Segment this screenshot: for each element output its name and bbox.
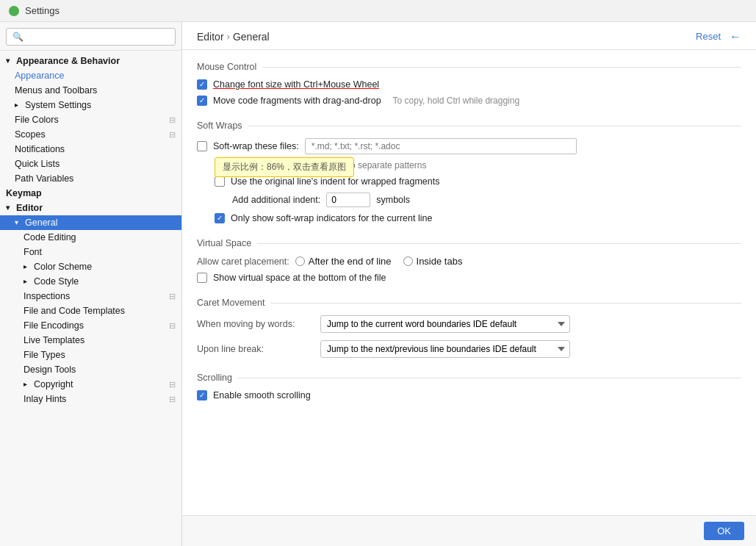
sidebar-item-copyright[interactable]: Copyright ⊟ [0,377,181,392]
option-original-indent: Use the original line's indent for wrapp… [197,176,741,187]
app-icon [9,6,19,16]
checkbox-font-ctrl-wheel[interactable] [197,79,207,90]
option-label-original-indent: Use the original line's indent for wrapp… [231,176,440,187]
external-icon: ⊟ [169,380,176,389]
option-label-drag-drop: Move code fragments with drag-and-drop [213,96,381,106]
option-label-font-ctrl-wheel: Change font size with Ctrl+Mouse Wheel [213,79,379,90]
sidebar-item-keymap[interactable]: Keymap [0,186,181,201]
checkbox-soft-wrap-indicators[interactable] [215,213,225,223]
sidebar-item-file-encodings[interactable]: File Encodings ⊟ [0,318,181,333]
scrolling-section: Scrolling Enable smooth scrolling [197,373,741,400]
sidebar-item-editor[interactable]: Editor [0,201,181,215]
option-label-soft-wrap-indicators: Only show soft-wrap indicators for the c… [231,213,432,223]
sidebar-item-file-types[interactable]: File Types [0,348,181,362]
sidebar-item-menus-toolbars[interactable]: Menus and Toolbars [0,83,181,98]
radio-label-after-end: After the end of line [309,256,392,267]
sidebar-item-font[interactable]: Font [0,245,181,259]
sidebar-item-code-style[interactable]: Code Style [0,274,181,289]
virtual-space-section: Virtual Space Allow caret placement: Aft… [197,238,741,283]
section-title-soft-wraps: Soft Wraps [197,121,741,131]
search-input[interactable] [6,28,176,46]
radio-label-inside-tabs: Inside tabs [417,256,463,267]
sidebar-item-quick-lists[interactable]: Quick Lists [0,157,181,171]
checkbox-soft-wrap-files[interactable] [197,141,207,151]
option-font-ctrl-wheel: Change font size with Ctrl+Mouse Wheel [197,79,741,90]
breadcrumb-separator: › [227,31,230,42]
sidebar-item-scopes[interactable]: Scopes ⊟ [0,127,181,142]
dropdown-words[interactable]: Jump to the current word boundaries IDE … [320,315,570,333]
sidebar-item-live-templates[interactable]: Live Templates [0,333,181,348]
sidebar-item-inspections[interactable]: Inspections ⊟ [0,289,181,303]
sidebar-item-file-colors[interactable]: File Colors ⊟ [0,112,181,127]
caret-radio-group: After the end of line Inside tabs [295,256,463,267]
option-soft-wrap-files: Soft-wrap these files: [197,138,741,154]
soft-wraps-section: Soft Wraps Soft-wrap these files: You ma… [197,121,741,223]
sidebar-item-file-code-templates[interactable]: File and Code Templates [0,303,181,318]
title-bar: Settings [0,0,756,22]
dropdown-row-words: When moving by words: Jump to the curren… [197,315,741,333]
option-label-soft-wrap-files: Soft-wrap these files: [213,141,299,151]
option-label-add-indent: Add additional indent: [232,195,320,205]
checkbox-smooth-scrolling[interactable] [197,390,207,400]
search-box [0,22,181,51]
section-title-mouse-control: Mouse Control [197,62,741,72]
chevron-right-icon [15,101,24,109]
dropdown-line-break[interactable]: Jump to the next/previous line boundarie… [320,340,570,358]
sidebar-item-path-variables[interactable]: Path Variables [0,171,181,186]
checkbox-show-virtual-space[interactable] [197,273,207,283]
sidebar-item-design-tools[interactable]: Design Tools [0,362,181,377]
hint-drag-drop: To copy, hold Ctrl while dragging [393,96,520,106]
sidebar-item-general[interactable]: General [0,215,181,230]
section-title-scrolling: Scrolling [197,373,741,383]
content-body: Mouse Control Change font size with Ctrl… [182,50,756,515]
breadcrumb-general: General [233,31,270,43]
sidebar-item-color-scheme[interactable]: Color Scheme [0,259,181,274]
option-label-show-virtual-space: Show virtual space at the bottom of the … [213,273,386,283]
dropdown-label-words: When moving by words: [197,319,314,329]
indent-input[interactable] [326,193,370,207]
checkbox-drag-drop[interactable] [197,96,207,106]
sidebar-item-appearance[interactable]: Appearance [0,68,181,83]
chevron-right-icon [24,380,32,389]
back-button[interactable]: ← [730,30,741,43]
content-area: Editor › General Reset ← Mouse Control C… [182,22,756,546]
title-bar-text: Settings [25,5,60,16]
watermark-note: 显示比例：86%，双击查看原图 [215,157,354,177]
chevron-down-icon [6,204,15,212]
external-icon: ⊟ [169,130,176,140]
ok-button[interactable]: OK [704,522,744,540]
chevron-down-icon [15,218,24,227]
radio-button-inside-tabs[interactable] [403,256,413,266]
mouse-control-section: Mouse Control Change font size with Ctrl… [197,62,741,106]
allow-caret-label: Allow caret placement: [197,256,289,267]
radio-after-end-line[interactable]: After the end of line [295,256,392,267]
option-label-smooth-scrolling: Enable smooth scrolling [213,390,311,400]
external-icon: ⊟ [169,115,176,125]
external-icon: ⊟ [169,395,176,404]
section-title-caret-movement: Caret Movement [197,298,741,308]
sidebar-tree: Appearance & Behavior Appearance Menus a… [0,51,181,546]
option-add-indent: Add additional indent: symbols [197,193,741,207]
checkbox-original-indent[interactable] [215,176,225,187]
radio-button-after-end[interactable] [295,256,305,266]
sidebar-item-code-editing[interactable]: Code Editing [0,230,181,245]
sidebar-item-appearance-behavior[interactable]: Appearance & Behavior [0,54,181,68]
sidebar-item-inlay-hints[interactable]: Inlay Hints ⊟ [0,392,181,406]
chevron-right-icon [24,277,32,286]
sidebar-item-system-settings[interactable]: System Settings [0,98,181,112]
content-header: Editor › General Reset ← [182,22,756,50]
sidebar: Appearance & Behavior Appearance Menus a… [0,22,182,546]
breadcrumb: Editor › General [197,31,270,43]
symbols-label: symbols [376,195,410,205]
watermark-area: You may use ? as wildcards and ; to sepa… [197,160,741,170]
sidebar-item-notifications[interactable]: Notifications [0,142,181,157]
breadcrumb-editor: Editor [197,31,224,43]
main-container: Appearance & Behavior Appearance Menus a… [0,22,756,546]
option-smooth-scrolling: Enable smooth scrolling [197,390,741,400]
radio-inside-tabs[interactable]: Inside tabs [403,256,463,267]
soft-wrap-input[interactable] [305,138,577,154]
chevron-down-icon [6,57,15,65]
section-title-virtual-space: Virtual Space [197,238,741,248]
caret-movement-section: Caret Movement When moving by words: Jum… [197,298,741,358]
reset-button[interactable]: Reset [693,29,724,43]
